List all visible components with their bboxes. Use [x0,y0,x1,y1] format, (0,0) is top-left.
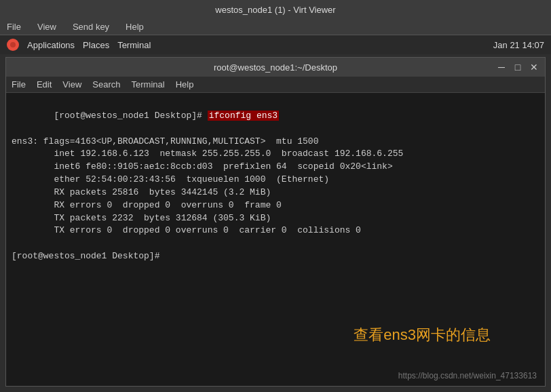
terminal-line-5: RX packets 25816 bytes 3442145 (3.2 MiB) [12,187,539,199]
gnome-top-left: Applications Places Terminal [7,39,151,51]
terminal-window-controls: ─ □ ✕ [496,62,539,73]
cmd-prompt: [root@westos_node1 Desktop]# [54,111,207,121]
maximize-button[interactable]: □ [512,62,523,73]
terminal-menu-bar: File Edit View Search Terminal Help [6,77,545,93]
terminal-line-3: inet6 fe80::9105:ae1c:8ccb:d03 prefixlen… [12,161,539,174]
terminal-blank-line [12,237,539,250]
terminal-cmd-line: [root@westos_node1 Desktop]# ifconfig en… [12,97,539,136]
terminal-title-text: root@westos_node1:~/Desktop [214,62,337,73]
term-menu-edit[interactable]: Edit [37,79,52,90]
terminal-line-1: ens3: flags=4163<UP,BROADCAST,RUNNING,MU… [12,136,539,149]
gnome-places[interactable]: Places [83,40,109,50]
virt-title-bar: westos_node1 (1) - Virt Viewer [0,0,551,19]
terminal-line-8: TX errors 0 dropped 0 overruns 0 carrier… [12,224,539,237]
gnome-top-bar: Applications Places Terminal Jan 21 14:0… [0,35,551,54]
virt-menu-view[interactable]: View [35,20,59,33]
cmd-text: ifconfig ens3 [208,111,279,121]
term-menu-search[interactable]: Search [92,79,120,90]
virt-menu-sendkey[interactable]: Send key [70,20,112,33]
term-menu-help[interactable]: Help [176,79,194,90]
term-menu-terminal[interactable]: Terminal [132,79,165,90]
virt-menu-file[interactable]: File [4,20,24,33]
terminal-window: root@westos_node1:~/Desktop ─ □ ✕ File E… [5,57,546,387]
term-menu-file[interactable]: File [12,79,26,90]
annotation-text: 查看ens3网卡的信息 [354,325,491,345]
svg-point-0 [10,42,16,47]
terminal-line-2: inet 192.168.6.123 netmask 255.255.255.0… [12,148,539,161]
gnome-applications[interactable]: Applications [27,40,75,50]
terminal-line-6: RX errors 0 dropped 0 overruns 0 frame 0 [12,199,539,212]
terminal-line-7: TX packets 2232 bytes 312684 (305.3 KiB) [12,212,539,225]
terminal-line-4: ether 52:54:00:23:43:56 txqueuelen 1000 … [12,174,539,187]
close-button[interactable]: ✕ [529,62,539,73]
terminal-prompt-2: [root@westos_node1 Desktop]# [12,250,539,263]
virt-viewer-window: westos_node1 (1) - Virt Viewer File View… [0,0,551,392]
term-menu-view[interactable]: View [62,79,81,90]
virt-title-text: westos_node1 (1) - Virt Viewer [215,5,335,15]
footprint-icon [10,41,16,48]
virt-menu-help[interactable]: Help [123,20,147,33]
gnome-terminal[interactable]: Terminal [117,40,151,50]
virt-menu-bar: File View Send key Help [0,19,551,35]
watermark-text: https://blog.csdn.net/weixin_47133613 [398,371,537,380]
terminal-title-bar: root@westos_node1:~/Desktop ─ □ ✕ [6,58,545,77]
gnome-datetime: Jan 21 14:07 [493,40,544,50]
gnome-app-icon [7,39,19,51]
terminal-body[interactable]: [root@westos_node1 Desktop]# ifconfig en… [6,93,545,386]
minimize-button[interactable]: ─ [496,62,507,73]
